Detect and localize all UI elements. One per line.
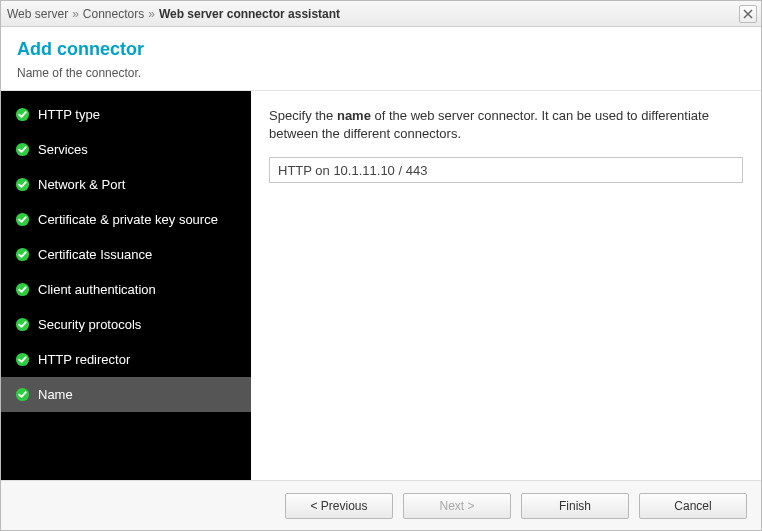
wizard-step[interactable]: Security protocols [1,307,251,342]
wizard-step-label: HTTP type [38,107,100,122]
wizard-step[interactable]: Certificate & private key source [1,202,251,237]
next-button[interactable]: Next > [403,493,511,519]
check-circle-icon [15,107,30,122]
wizard-step[interactable]: Certificate Issuance [1,237,251,272]
close-button[interactable] [739,5,757,23]
check-circle-icon [15,212,30,227]
check-circle-icon [15,317,30,332]
previous-button[interactable]: < Previous [285,493,393,519]
wizard-step-label: Services [38,142,88,157]
breadcrumb-current: Web server connector assistant [159,7,340,21]
wizard-content: Specify the name of the web server conne… [251,91,761,480]
wizard-step-label: Network & Port [38,177,125,192]
wizard-step[interactable]: Client authentication [1,272,251,307]
wizard-step-label: Certificate Issuance [38,247,152,262]
wizard-step[interactable]: Name [1,377,251,412]
connector-name-input[interactable] [269,157,743,183]
wizard-step-label: Security protocols [38,317,141,332]
wizard-step-label: Name [38,387,73,402]
page-title: Add connector [17,39,745,60]
wizard-body: HTTP typeServicesNetwork & PortCertifica… [1,91,761,480]
wizard-window: Web server » Connectors » Web server con… [0,0,762,531]
finish-button[interactable]: Finish [521,493,629,519]
check-circle-icon [15,282,30,297]
breadcrumb-item[interactable]: Web server [7,7,68,21]
check-circle-icon [15,142,30,157]
check-circle-icon [15,247,30,262]
wizard-footer: < Previous Next > Finish Cancel [1,480,761,530]
breadcrumb-separator: » [72,7,79,21]
wizard-step-label: Certificate & private key source [38,212,218,227]
wizard-step[interactable]: HTTP type [1,97,251,132]
cancel-button[interactable]: Cancel [639,493,747,519]
check-circle-icon [15,352,30,367]
breadcrumb-separator: » [148,7,155,21]
titlebar: Web server » Connectors » Web server con… [1,1,761,27]
wizard-step-label: HTTP redirector [38,352,130,367]
breadcrumb-item[interactable]: Connectors [83,7,144,21]
instruction-text: Specify the name of the web server conne… [269,107,743,143]
wizard-steps-sidebar: HTTP typeServicesNetwork & PortCertifica… [1,91,251,480]
wizard-step[interactable]: Services [1,132,251,167]
breadcrumb: Web server » Connectors » Web server con… [7,7,340,21]
close-icon [743,9,753,19]
wizard-step[interactable]: HTTP redirector [1,342,251,377]
wizard-step[interactable]: Network & Port [1,167,251,202]
check-circle-icon [15,387,30,402]
check-circle-icon [15,177,30,192]
wizard-header: Add connector Name of the connector. [1,27,761,91]
page-subtitle: Name of the connector. [17,66,745,80]
wizard-step-label: Client authentication [38,282,156,297]
